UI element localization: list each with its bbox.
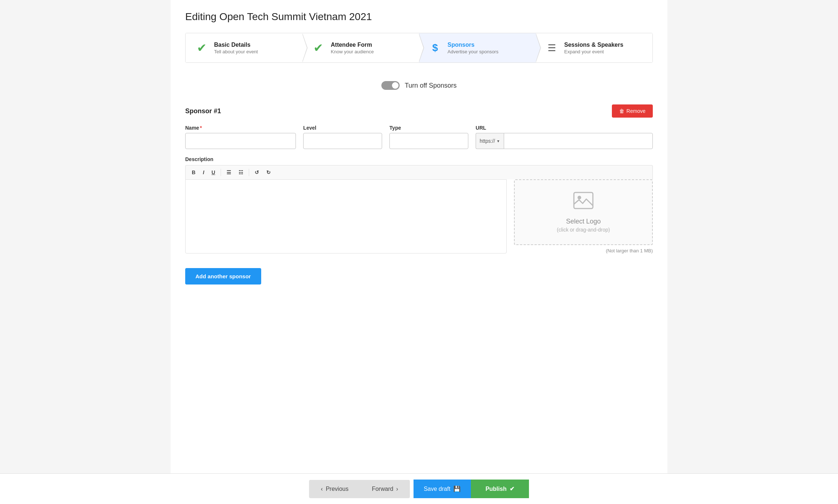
undo-button[interactable]: ↺ [251,168,262,177]
logo-size-note: (Not larger than 1 MB) [606,248,653,253]
previous-label: Previous [326,486,348,492]
chevron-right-icon: › [396,486,398,492]
step-title-basic-details: Basic Details [214,42,258,48]
sponsor-url-input[interactable] [504,133,653,149]
bold-button[interactable]: B [188,168,199,177]
save-draft-button[interactable]: Save draft 💾 [414,480,471,498]
step-basic-details[interactable]: ✔ Basic Details Tell about your event [186,33,302,62]
sponsor-type-input[interactable] [389,133,468,149]
check-icon: ✔ [510,485,514,492]
redo-button[interactable]: ↻ [263,168,274,177]
step-icon-attendee-form: ✔ [311,41,326,55]
trash-icon: 🗑 [619,108,624,114]
level-label: Level [303,125,382,131]
name-field-group: Name* [185,125,296,149]
step-title-sessions: Sessions & Speakers [564,42,624,48]
step-sub-sponsors: Advertise your sponsors [447,49,498,54]
toolbar-divider-1 [221,169,221,176]
ordered-list-button[interactable]: ☰ [223,168,235,177]
svg-point-1 [578,196,581,199]
chevron-down-icon: ▼ [496,139,500,143]
url-prefix-selector[interactable]: https:// ▼ [476,133,504,149]
toggle-row: Turn off Sponsors [185,81,653,90]
page-title: Editing Open Tech Summit Vietnam 2021 [185,11,653,23]
description-section: Description B I U ☰ ☷ ↺ ↻ [185,156,653,253]
toggle-label: Turn off Sponsors [405,82,457,89]
sponsor-name-input[interactable] [185,133,296,149]
publish-button[interactable]: Publish ✔ [471,480,529,498]
forward-button[interactable]: Forward › [360,480,410,498]
url-prefix-text: https:// [480,138,495,144]
sponsor-level-input[interactable] [303,133,382,149]
add-sponsor-button[interactable]: Add another sponsor [185,268,261,285]
bottom-bar: ‹ Previous Forward › Save draft 💾 Publis… [0,473,838,504]
url-label: URL [476,125,653,131]
logo-select-text: Select Logo [566,218,601,225]
publish-label: Publish [485,486,507,492]
unordered-list-button[interactable]: ☷ [235,168,247,177]
level-field-group: Level [303,125,382,149]
step-icon-basic-details: ✔ [194,41,209,55]
toolbar-divider-2 [249,169,249,176]
svg-rect-0 [574,192,593,209]
step-sub-attendee-form: Know your audience [331,49,374,54]
previous-button[interactable]: ‹ Previous [309,480,360,498]
url-group: https:// ▼ [476,133,653,149]
logo-upload-area[interactable]: Select Logo (click or drag-and-drop) [514,179,653,245]
step-attendee-form[interactable]: ✔ Attendee Form Know your audience [302,33,419,62]
save-draft-label: Save draft [424,486,450,492]
remove-sponsor-button[interactable]: 🗑 Remove [612,104,653,118]
content-area: Select Logo (click or drag-and-drop) (No… [185,179,653,253]
step-title-sponsors: Sponsors [447,42,498,48]
step-sub-sessions: Expand your event [564,49,624,54]
step-sub-basic-details: Tell about your event [214,49,258,54]
step-title-attendee-form: Attendee Form [331,42,374,48]
image-icon [573,192,594,213]
step-sessions-speakers[interactable]: ☰ Sessions & Speakers Expand your event [536,33,653,62]
remove-label: Remove [626,108,645,114]
description-editor[interactable] [185,179,507,253]
chevron-left-icon: ‹ [321,486,323,492]
step-icon-sessions: ☰ [545,41,559,55]
type-field-group: Type [389,125,468,149]
url-field-group: URL https:// ▼ [476,125,653,149]
underline-button[interactable]: U [208,168,218,177]
logo-subtext: (click or drag-and-drop) [557,227,610,233]
step-icon-sponsors: $ [428,41,442,55]
step-sponsors[interactable]: $ Sponsors Advertise your sponsors [419,33,536,62]
sponsor-header: Sponsor #1 🗑 Remove [185,104,653,118]
sponsor-title: Sponsor #1 [185,107,221,115]
stepper: ✔ Basic Details Tell about your event ✔ … [185,33,653,63]
save-icon: 💾 [453,485,461,492]
forward-label: Forward [372,486,393,492]
sponsors-toggle[interactable] [381,81,400,90]
italic-button[interactable]: I [199,168,207,177]
description-toolbar: B I U ☰ ☷ ↺ ↻ [185,165,653,179]
type-label: Type [389,125,468,131]
description-label: Description [185,156,653,162]
sponsor-card-1: Sponsor #1 🗑 Remove Name* Level Type [185,104,653,253]
sponsor-fields-row: Name* Level Type URL https:// ▼ [185,125,653,149]
name-label: Name* [185,125,296,131]
